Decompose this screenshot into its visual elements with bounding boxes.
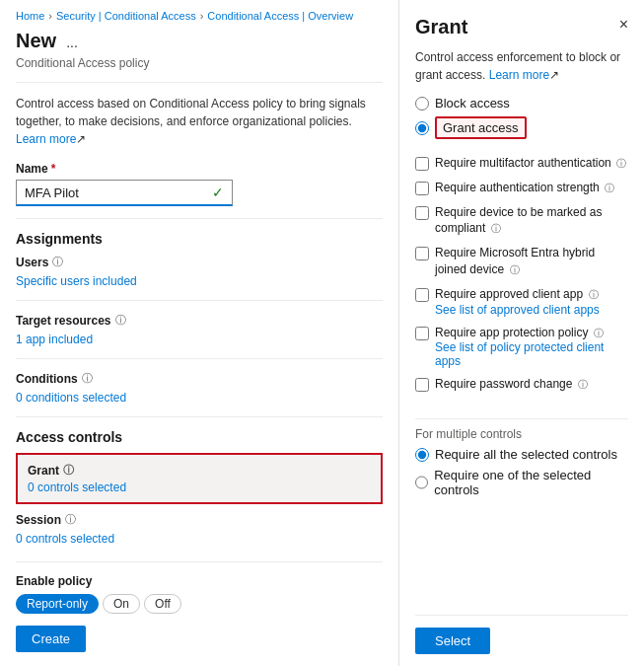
toggle-on[interactable]: On bbox=[103, 594, 140, 614]
approved-app-label[interactable]: Require approved client app bbox=[435, 287, 583, 301]
compliant-checkbox-row: Require device to be marked as compliant… bbox=[415, 204, 628, 238]
page-title: New bbox=[16, 30, 56, 52]
users-info-icon[interactable]: ⓘ bbox=[52, 255, 63, 269]
mfa-label[interactable]: Require multifactor authentication bbox=[435, 156, 611, 170]
name-input[interactable] bbox=[25, 185, 212, 200]
require-one-radio[interactable] bbox=[415, 476, 428, 489]
assignments-section-title: Assignments bbox=[16, 231, 383, 247]
app-protection-checkbox-row: Require app protection policy ⓘ See list… bbox=[415, 325, 628, 369]
app-protection-link[interactable]: See list of policy protected client apps bbox=[435, 340, 628, 368]
approved-app-link[interactable]: See list of approved client apps bbox=[435, 303, 600, 317]
require-one-row[interactable]: Require one of the selected controls bbox=[415, 468, 628, 497]
app-protection-label[interactable]: Require app protection policy bbox=[435, 326, 588, 339]
name-input-row[interactable]: ✓ bbox=[16, 180, 233, 206]
access-type-radio-group: Block access Grant access bbox=[415, 96, 628, 145]
name-field-label: Name* bbox=[16, 162, 383, 176]
target-resources-link[interactable]: 1 app included bbox=[16, 333, 93, 346]
required-star: * bbox=[51, 162, 56, 176]
panel-description: Control access enforcement to block or g… bbox=[415, 48, 628, 84]
block-access-radio[interactable] bbox=[415, 97, 429, 111]
session-block: Session ⓘ 0 controls selected bbox=[16, 512, 383, 546]
mfa-checkbox[interactable] bbox=[415, 157, 429, 171]
password-change-checkbox[interactable] bbox=[415, 378, 429, 392]
users-link[interactable]: Specific users included bbox=[16, 274, 137, 288]
auth-strength-info[interactable]: ⓘ bbox=[605, 183, 614, 193]
grant-access-label[interactable]: Grant access bbox=[435, 116, 527, 139]
require-all-label[interactable]: Require all the selected controls bbox=[435, 447, 617, 462]
panel-learn-more[interactable]: Learn more bbox=[489, 68, 549, 82]
grant-access-radio[interactable] bbox=[415, 121, 429, 135]
close-button[interactable]: × bbox=[619, 16, 628, 34]
compliant-label[interactable]: Require device to be marked as compliant bbox=[435, 205, 602, 236]
session-link[interactable]: 0 controls selected bbox=[16, 532, 114, 546]
session-info-icon[interactable]: ⓘ bbox=[65, 512, 76, 527]
users-label: Users bbox=[16, 256, 48, 269]
breadcrumb-home[interactable]: Home bbox=[16, 10, 44, 22]
page-subtitle: Conditional Access policy bbox=[16, 56, 383, 70]
entra-hybrid-info[interactable]: ⓘ bbox=[510, 264, 520, 275]
mfa-checkbox-row: Require multifactor authentication ⓘ bbox=[415, 155, 628, 172]
conditions-label: Conditions bbox=[16, 372, 78, 386]
conditions-info-icon[interactable]: ⓘ bbox=[82, 371, 93, 386]
learn-more-link[interactable]: Learn more bbox=[16, 132, 76, 146]
multiple-controls-section: For multiple controls Require all the se… bbox=[415, 418, 628, 503]
grant-box[interactable]: Grant ⓘ 0 controls selected bbox=[16, 453, 383, 504]
mfa-info[interactable]: ⓘ bbox=[616, 158, 626, 169]
select-button[interactable]: Select bbox=[415, 628, 490, 654]
grant-access-row[interactable]: Grant access bbox=[415, 116, 628, 139]
create-button[interactable]: Create bbox=[16, 626, 86, 652]
panel-title: Grant bbox=[415, 16, 467, 38]
grant-label: Grant bbox=[28, 464, 59, 478]
toggle-report-only[interactable]: Report-only bbox=[16, 594, 99, 614]
approved-app-checkbox-row: Require approved client app ⓘ See list o… bbox=[415, 286, 628, 317]
conditions-section: Conditions ⓘ 0 conditions selected bbox=[16, 371, 383, 405]
target-resources-label: Target resources bbox=[16, 314, 111, 328]
access-controls-title: Access controls bbox=[16, 429, 383, 445]
compliant-info[interactable]: ⓘ bbox=[491, 223, 501, 234]
page-description: Control access based on Conditional Acce… bbox=[16, 95, 383, 148]
breadcrumb-overview[interactable]: Conditional Access | Overview bbox=[207, 10, 353, 22]
panel-header: Grant × bbox=[415, 16, 628, 38]
app-protection-checkbox[interactable] bbox=[415, 327, 429, 340]
auth-strength-label[interactable]: Require authentication strength bbox=[435, 181, 600, 194]
require-one-label[interactable]: Require one of the selected controls bbox=[434, 468, 628, 497]
breadcrumb: Home › Security | Conditional Access › C… bbox=[16, 10, 383, 22]
panel-footer: Select bbox=[415, 615, 628, 654]
approved-app-info[interactable]: ⓘ bbox=[589, 289, 599, 300]
auth-strength-checkbox-row: Require authentication strength ⓘ bbox=[415, 180, 628, 196]
grant-info-icon[interactable]: ⓘ bbox=[63, 463, 74, 478]
block-access-label[interactable]: Block access bbox=[435, 96, 510, 111]
right-panel: Grant × Control access enforcement to bl… bbox=[399, 0, 644, 666]
require-all-radio[interactable] bbox=[415, 448, 429, 462]
breadcrumb-security[interactable]: Security | Conditional Access bbox=[56, 10, 196, 22]
app-protection-info[interactable]: ⓘ bbox=[594, 328, 604, 338]
users-section: Users ⓘ Specific users included bbox=[16, 255, 383, 288]
approved-app-checkbox[interactable] bbox=[415, 288, 429, 302]
password-change-label[interactable]: Require password change bbox=[435, 377, 572, 391]
check-icon: ✓ bbox=[212, 185, 224, 200]
left-panel: Home › Security | Conditional Access › C… bbox=[0, 0, 399, 666]
ellipsis-menu[interactable]: ... bbox=[66, 35, 78, 50]
multiple-controls-title: For multiple controls bbox=[415, 427, 628, 441]
auth-strength-checkbox[interactable] bbox=[415, 182, 429, 195]
target-resources-info-icon[interactable]: ⓘ bbox=[115, 313, 126, 328]
password-change-checkbox-row: Require password change ⓘ bbox=[415, 376, 628, 393]
enable-policy-label: Enable policy bbox=[16, 574, 383, 588]
grant-options-list: Require multifactor authentication ⓘ Req… bbox=[415, 155, 628, 401]
target-resources-section: Target resources ⓘ 1 app included bbox=[16, 313, 383, 346]
policy-toggle[interactable]: Report-only On Off bbox=[16, 594, 383, 614]
session-label: Session bbox=[16, 513, 61, 527]
toggle-off[interactable]: Off bbox=[144, 594, 181, 614]
grant-link[interactable]: 0 controls selected bbox=[28, 481, 126, 494]
password-change-info[interactable]: ⓘ bbox=[578, 379, 588, 390]
compliant-checkbox[interactable] bbox=[415, 206, 429, 220]
entra-hybrid-checkbox[interactable] bbox=[415, 247, 429, 260]
require-all-row[interactable]: Require all the selected controls bbox=[415, 447, 628, 462]
entra-hybrid-checkbox-row: Require Microsoft Entra hybrid joined de… bbox=[415, 245, 628, 278]
conditions-link[interactable]: 0 conditions selected bbox=[16, 391, 126, 405]
enable-policy-section: Enable policy Report-only On Off bbox=[16, 574, 383, 614]
block-access-row[interactable]: Block access bbox=[415, 96, 628, 111]
